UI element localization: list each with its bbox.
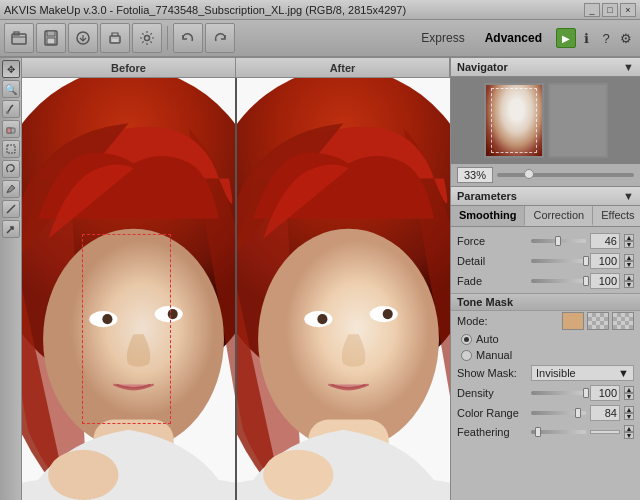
mode-label-row: Mode: xyxy=(451,311,640,331)
close-button[interactable]: × xyxy=(620,3,636,17)
force-label: Force xyxy=(457,235,527,247)
detail-down-button[interactable]: ▼ xyxy=(624,261,634,268)
zoom-thumb xyxy=(524,169,534,179)
image-display[interactable] xyxy=(22,78,450,500)
show-mask-dropdown[interactable]: Invisible ▼ xyxy=(531,365,634,381)
settings-button[interactable] xyxy=(132,23,162,53)
fade-slider[interactable] xyxy=(531,279,586,283)
fade-label: Fade xyxy=(457,275,527,287)
parameters-collapse-button[interactable]: ▼ xyxy=(623,190,634,202)
density-label: Density xyxy=(457,387,527,399)
fade-slider-wrap xyxy=(531,274,586,288)
rectangle-select-tool[interactable] xyxy=(2,140,20,158)
density-stepper: ▲ ▼ xyxy=(624,386,634,400)
tone-mask-header: Tone Mask xyxy=(451,293,640,311)
fade-up-button[interactable]: ▲ xyxy=(624,274,634,281)
tab-smoothing[interactable]: Smoothing xyxy=(451,206,525,226)
force-down-button[interactable]: ▼ xyxy=(624,241,634,248)
fade-stepper: ▲ ▼ xyxy=(624,274,634,288)
manual-label: Manual xyxy=(476,349,512,361)
zoom-value[interactable]: 33% xyxy=(457,167,493,183)
density-up-button[interactable]: ▲ xyxy=(624,386,634,393)
show-mask-row: Show Mask: Invisible ▼ xyxy=(451,363,640,383)
manual-radio[interactable] xyxy=(461,350,472,361)
force-slider-wrap xyxy=(531,234,586,248)
advanced-mode-button[interactable]: Advanced xyxy=(475,28,552,48)
maximize-button[interactable]: □ xyxy=(602,3,618,17)
color-range-down-button[interactable]: ▼ xyxy=(624,413,634,420)
hand-tool[interactable]: ✥ xyxy=(2,60,20,78)
detail-up-button[interactable]: ▲ xyxy=(624,254,634,261)
tab-correction[interactable]: Correction xyxy=(525,206,593,226)
info-button[interactable]: ℹ xyxy=(576,28,596,48)
feathering-slider[interactable] xyxy=(531,430,586,434)
help-button[interactable]: ? xyxy=(596,28,616,48)
navigator-before-thumb[interactable] xyxy=(484,83,544,158)
force-value[interactable]: 46 xyxy=(590,233,620,249)
after-pane[interactable] xyxy=(237,78,450,500)
svg-point-21 xyxy=(168,309,178,319)
auto-label: Auto xyxy=(476,333,499,345)
export-button[interactable] xyxy=(68,23,98,53)
zoom-slider[interactable] xyxy=(497,173,634,177)
eyedropper-tool[interactable] xyxy=(2,180,20,198)
detail-value[interactable]: 100 xyxy=(590,253,620,269)
color-range-slider-wrap xyxy=(531,406,586,420)
save-button[interactable] xyxy=(36,23,66,53)
checker-swatch2[interactable] xyxy=(612,312,634,330)
detail-stepper: ▲ ▼ xyxy=(624,254,634,268)
density-down-button[interactable]: ▼ xyxy=(624,393,634,400)
color-range-value[interactable]: 84 xyxy=(590,405,620,421)
force-slider[interactable] xyxy=(531,239,586,243)
color-range-stepper: ▲ ▼ xyxy=(624,406,634,420)
feathering-down-button[interactable]: ▼ xyxy=(624,432,634,439)
feathering-value[interactable] xyxy=(590,430,620,434)
zoom-tool[interactable]: 🔍 xyxy=(2,80,20,98)
feathering-slider-wrap xyxy=(531,425,586,439)
express-mode-button[interactable]: Express xyxy=(411,28,474,48)
before-pane[interactable] xyxy=(22,78,237,500)
svg-point-9 xyxy=(6,111,9,114)
undo-button[interactable] xyxy=(173,23,203,53)
navigator-after-thumb[interactable] xyxy=(548,83,608,158)
auto-radio[interactable] xyxy=(461,334,472,345)
manual-radio-row: Manual xyxy=(451,347,640,363)
feathering-up-button[interactable]: ▲ xyxy=(624,425,634,432)
density-slider-wrap xyxy=(531,386,586,400)
arrow-tool[interactable] xyxy=(2,220,20,238)
color-range-slider[interactable] xyxy=(531,411,586,415)
color-range-row: Color Range 84 ▲ ▼ xyxy=(451,403,640,423)
svg-rect-12 xyxy=(7,145,15,153)
density-slider[interactable] xyxy=(531,391,586,395)
fade-value[interactable]: 100 xyxy=(590,273,620,289)
density-thumb xyxy=(583,388,589,398)
navigator-title: Navigator xyxy=(457,61,508,73)
detail-thumb xyxy=(583,256,589,266)
checker-swatch[interactable] xyxy=(587,312,609,330)
run-button[interactable]: ▶ xyxy=(556,28,576,48)
fade-down-button[interactable]: ▼ xyxy=(624,281,634,288)
navigator-collapse-button[interactable]: ▼ xyxy=(623,61,634,73)
open-button[interactable] xyxy=(4,23,34,53)
preferences-button[interactable]: ⚙ xyxy=(616,28,636,48)
mode-label: Mode: xyxy=(457,315,502,327)
skin-swatch[interactable] xyxy=(562,312,584,330)
app-title: AKVIS MakeUp v.3.0 - Fotolia_7743548_Sub… xyxy=(4,4,406,16)
redo-button[interactable] xyxy=(205,23,235,53)
minimize-button[interactable]: _ xyxy=(584,3,600,17)
lasso-tool[interactable] xyxy=(2,160,20,178)
separator xyxy=(167,26,168,50)
svg-point-31 xyxy=(263,450,333,500)
print-button[interactable] xyxy=(100,23,130,53)
window-controls[interactable]: _ □ × xyxy=(584,3,636,17)
line-tool[interactable] xyxy=(2,200,20,218)
color-range-up-button[interactable]: ▲ xyxy=(624,406,634,413)
detail-slider[interactable] xyxy=(531,259,586,263)
detail-slider-wrap xyxy=(531,254,586,268)
density-value[interactable]: 100 xyxy=(590,385,620,401)
svg-point-8 xyxy=(145,36,150,41)
tab-effects[interactable]: Effects xyxy=(593,206,640,226)
eraser-tool[interactable] xyxy=(2,120,20,138)
force-up-button[interactable]: ▲ xyxy=(624,234,634,241)
brush-tool[interactable] xyxy=(2,100,20,118)
